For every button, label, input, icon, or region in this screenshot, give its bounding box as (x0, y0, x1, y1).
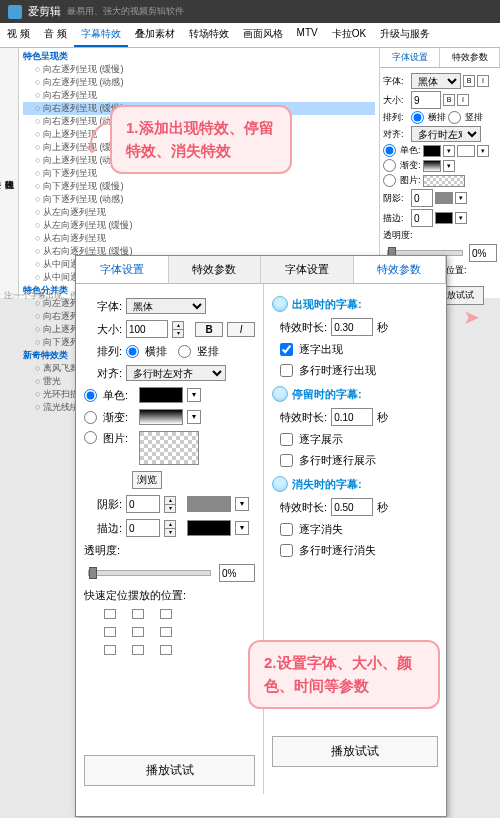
p-grad-r[interactable] (84, 411, 97, 424)
tab-transition[interactable]: 转场特效 (182, 23, 236, 47)
dd[interactable]: ▾ (477, 145, 489, 157)
shadow-input[interactable] (411, 189, 433, 207)
p-opacity-val[interactable] (219, 564, 255, 582)
p-play-right[interactable]: 播放试试 (272, 736, 438, 767)
italic-btn[interactable]: I (477, 75, 489, 87)
p-font-select[interactable]: 黑体 (126, 298, 206, 314)
stroke-input[interactable] (411, 209, 433, 227)
size-spinner[interactable]: ▴▾ (172, 321, 184, 338)
stroke-spin[interactable]: ▴▾ (164, 520, 176, 537)
cat-stay[interactable]: 停留特效 (0, 52, 3, 294)
font-select[interactable]: 黑体 (411, 73, 461, 89)
pos-tc[interactable] (132, 609, 144, 619)
pos-tr[interactable] (160, 609, 172, 619)
tab-mtv[interactable]: MTV (290, 23, 325, 47)
align-select[interactable]: 多行时左对齐 (411, 126, 481, 142)
solid-swatch2[interactable] (457, 145, 475, 157)
p-italic[interactable]: I (227, 322, 255, 337)
p-solid-r[interactable] (84, 389, 97, 402)
c-appear-char[interactable] (280, 343, 293, 356)
pos-bl[interactable] (104, 645, 116, 655)
callout-2: 2.设置字体、大小、颜色、时间等参数 (248, 640, 440, 709)
grad-swatch[interactable] (423, 160, 441, 172)
tab-upgrade[interactable]: 升级与服务 (373, 23, 437, 47)
pic-radio[interactable] (383, 174, 396, 187)
solid-swatch[interactable] (423, 145, 441, 157)
pos-ml[interactable] (104, 627, 116, 637)
p-play-left[interactable]: 播放试试 (84, 755, 255, 786)
tree-group[interactable]: 特色呈现类 (23, 50, 375, 63)
bold-btn2[interactable]: B (443, 94, 455, 106)
tree-item[interactable]: 从左向逐列呈现 (23, 206, 375, 219)
c-stay-char[interactable] (280, 433, 293, 446)
dd[interactable]: ▾ (443, 145, 455, 157)
arr-h[interactable] (411, 111, 424, 124)
p-stroke-swatch[interactable] (187, 520, 231, 536)
size-input[interactable] (411, 91, 441, 109)
shadow-spin[interactable]: ▴▾ (164, 496, 176, 513)
p-align-select[interactable]: 多行时左对齐 (126, 365, 226, 381)
opacity-val[interactable] (469, 244, 497, 262)
p-solid-swatch[interactable] (139, 387, 183, 403)
dd[interactable]: ▾ (443, 160, 455, 172)
c-dis-char[interactable] (280, 523, 293, 536)
tab-overlay[interactable]: 叠加素材 (128, 23, 182, 47)
stroke-swatch[interactable] (435, 212, 453, 224)
p-grad-swatch[interactable] (139, 409, 183, 425)
p-bold[interactable]: B (195, 322, 223, 337)
c-appear-line[interactable] (280, 364, 293, 377)
dd[interactable]: ▾ (187, 388, 201, 402)
tab-karaoke[interactable]: 卡拉OK (325, 23, 373, 47)
dur-disappear[interactable] (331, 498, 373, 516)
pos-br[interactable] (160, 645, 172, 655)
pic-swatch[interactable] (423, 175, 465, 187)
dd[interactable]: ▾ (235, 521, 249, 535)
pos-bc[interactable] (132, 645, 144, 655)
dur-stay[interactable] (331, 408, 373, 426)
ptab-param2[interactable]: 特效参数 (354, 256, 447, 283)
p-stroke-input[interactable] (126, 519, 160, 537)
tree-item[interactable]: 向下逐列呈现 (缓慢) (23, 180, 375, 193)
p-opacity-slider[interactable] (88, 570, 211, 576)
pos-mc[interactable] (132, 627, 144, 637)
grad-radio[interactable] (383, 159, 396, 172)
rtab-params[interactable]: 特效参数 (440, 48, 500, 67)
p-browse-btn[interactable]: 浏览 (132, 471, 162, 489)
rtab-font[interactable]: 字体设置 (380, 48, 440, 67)
p-shadow-swatch[interactable] (187, 496, 231, 512)
dd[interactable]: ▾ (235, 497, 249, 511)
tree-item[interactable]: 从左向逐列呈现 (缓慢) (23, 219, 375, 232)
pos-tl[interactable] (104, 609, 116, 619)
tree-item[interactable]: 向左逐列呈现 (缓慢) (23, 63, 375, 76)
p-arr-v[interactable] (178, 345, 191, 358)
shadow-swatch[interactable] (435, 192, 453, 204)
tab-style[interactable]: 画面风格 (236, 23, 290, 47)
c-stay-line[interactable] (280, 454, 293, 467)
p-pic-r[interactable] (84, 431, 97, 444)
cat-appear[interactable]: 出现特效 (3, 52, 16, 294)
solid-radio[interactable] (383, 144, 396, 157)
ptab-font2[interactable]: 字体设置 (261, 256, 354, 283)
dd[interactable]: ▾ (455, 192, 467, 204)
bold-btn[interactable]: B (463, 75, 475, 87)
arr-v[interactable] (448, 111, 461, 124)
dur-appear[interactable] (331, 318, 373, 336)
tab-audio[interactable]: 音 频 (37, 23, 74, 47)
p-arr-h[interactable] (126, 345, 139, 358)
italic-btn2[interactable]: I (457, 94, 469, 106)
dd[interactable]: ▾ (455, 212, 467, 224)
tab-subtitle-fx[interactable]: 字幕特效 (74, 23, 128, 47)
tab-video[interactable]: 视 频 (0, 23, 37, 47)
ptab-font1[interactable]: 字体设置 (76, 256, 169, 283)
dd[interactable]: ▾ (187, 410, 201, 424)
c-dis-line[interactable] (280, 544, 293, 557)
ptab-param1[interactable]: 特效参数 (169, 256, 262, 283)
tree-item[interactable]: 向左逐列呈现 (动感) (23, 76, 375, 89)
p-shadow-input[interactable] (126, 495, 160, 513)
p-size-input[interactable] (126, 320, 168, 338)
tree-item[interactable]: 从右向逐列呈现 (23, 232, 375, 245)
tree-item[interactable]: 向下逐列呈现 (动感) (23, 193, 375, 206)
p-pic-swatch[interactable] (139, 431, 199, 465)
tree-item[interactable]: 向右逐列呈现 (23, 89, 375, 102)
pos-mr[interactable] (160, 627, 172, 637)
